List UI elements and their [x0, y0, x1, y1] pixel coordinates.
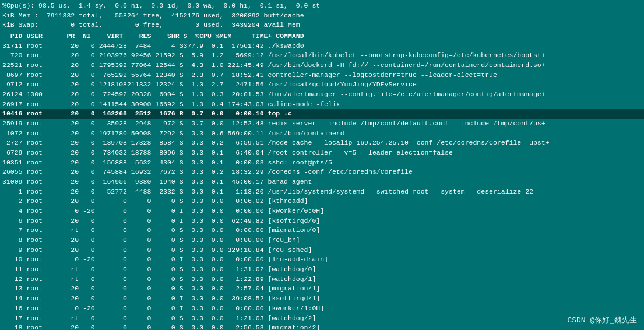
process-row: 10416 root 20 0 162268 2512 1676 R 0.7 0…: [0, 109, 644, 119]
process-row: 6 root 20 0 0 0 0 I 0.0 0.0 62:49.82 [ks…: [0, 216, 644, 226]
swap-header-line: KiB Swap: 0 total, 0 free, 0 used. 34392…: [2, 20, 642, 30]
process-row: 1 root 20 0 52772 4488 2332 S 0.0 0.1 1:…: [0, 187, 644, 197]
process-row: 7 root rt 0 0 0 0 S 0.0 0.0 0:00.00 [mig…: [0, 226, 644, 236]
process-row: 10351 root 20 0 156888 5632 4304 S 0.3 0…: [0, 158, 644, 168]
process-row: 31711 root 20 0 2444728 7484 4 S377.9 0.…: [0, 41, 644, 51]
process-row: 26917 root 20 0 1411544 30900 16692 S 1.…: [0, 100, 644, 110]
process-row: 6729 root 20 0 734032 18788 8096 S 0.3 0…: [0, 148, 644, 158]
mem-header-line: KiB Mem : 7911332 total, 558264 free, 41…: [2, 11, 642, 21]
process-row: 22521 root 20 0 1795392 77064 12544 S 4.…: [0, 61, 644, 71]
cpu-header-line: %Cpu(s): 98.5 us, 1.4 sy, 0.0 ni, 0.0 id…: [2, 1, 642, 11]
header-section: %Cpu(s): 98.5 us, 1.4 sy, 0.0 ni, 0.0 id…: [0, 0, 644, 31]
terminal: %Cpu(s): 98.5 us, 1.4 sy, 0.0 ni, 0.0 id…: [0, 0, 644, 330]
process-row: 26055 root 20 0 745884 16932 7672 S 0.3 …: [0, 167, 644, 177]
process-row: 25919 root 20 0 35928 2948 972 S 0.7 0.0…: [0, 119, 644, 129]
process-row: 11 root rt 0 0 0 0 S 0.0 0.0 1:31.02 [wa…: [0, 265, 644, 275]
process-row: 13 root 20 0 0 0 0 S 0.0 0.0 2:57.04 [mi…: [0, 284, 644, 294]
process-row: 1072 root 20 0 1971780 50908 7292 S 0.3 …: [0, 129, 644, 139]
process-row: 2727 root 20 0 139708 17328 8584 S 0.3 0…: [0, 138, 644, 148]
process-row: 18 root 20 0 0 0 0 S 0.0 0.0 2:56.53 [mi…: [0, 323, 644, 330]
process-row: 720 root 20 0 2103976 92456 21592 S 5.9 …: [0, 51, 644, 61]
process-list: 31711 root 20 0 2444728 7484 4 S377.9 0.…: [0, 41, 644, 330]
process-row: 26124 1000 20 0 724592 20328 6004 S 1.0 …: [0, 90, 644, 100]
table-header: PID USER PR NI VIRT RES SHR S %CPU %MEM …: [0, 31, 644, 41]
process-row: 8 root 20 0 0 0 0 S 0.0 0.0 0:00.00 [rcu…: [0, 236, 644, 245]
process-row: 31009 root 20 0 164956 9380 1940 S 0.3 0…: [0, 177, 644, 187]
process-row: 9 root 20 0 0 0 0 S 0.0 0.0 329:10.84 [r…: [0, 245, 644, 255]
watermark: CSDN @你好_魏先生: [567, 315, 637, 325]
process-row: 4 root 0 -20 0 0 0 I 0.0 0.0 0:00.00 [kw…: [0, 206, 644, 216]
process-row: 10 root 0 -20 0 0 0 I 0.0 0.0 0:00.00 [l…: [0, 255, 644, 265]
process-row: 2 root 20 0 0 0 0 S 0.0 0.0 0:06.02 [kth…: [0, 196, 644, 206]
process-row: 12 root rt 0 0 0 0 S 0.0 0.0 1:22.89 [wa…: [0, 275, 644, 285]
process-row: 16 root 0 -20 0 0 0 I 0.0 0.0 0:00.00 [k…: [0, 304, 644, 314]
process-row: 14 root 20 0 0 0 0 I 0.0 0.0 39:08.52 [k…: [0, 294, 644, 304]
process-row: 9712 root 20 0 1218108211332 12324 S 1.0…: [0, 80, 644, 90]
process-row: 17 root rt 0 0 0 0 S 0.0 0.0 1:21.03 [wa…: [0, 314, 644, 324]
process-row: 8697 root 20 0 765292 55764 12340 S 2.3 …: [0, 71, 644, 80]
